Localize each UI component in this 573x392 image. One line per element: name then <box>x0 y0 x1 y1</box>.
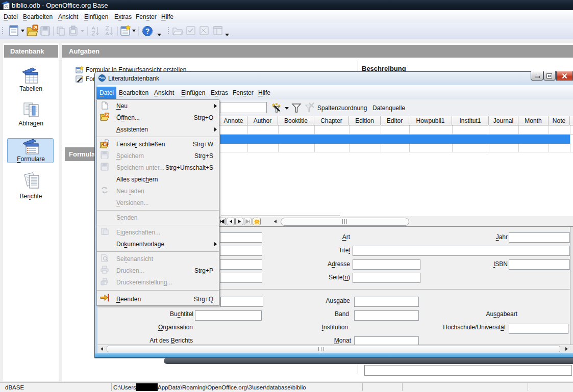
svg-text:?: ? <box>145 27 150 35</box>
